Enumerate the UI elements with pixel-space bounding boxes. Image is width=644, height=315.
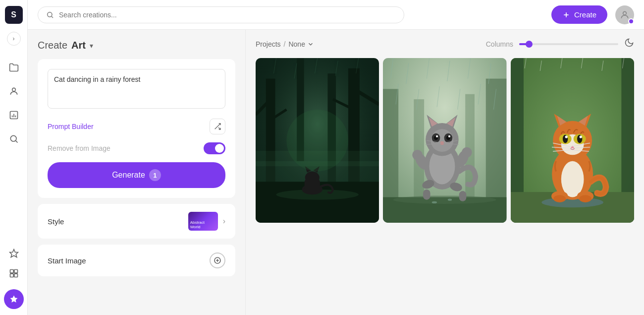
sidebar-toggle-button[interactable]: › (7, 32, 21, 46)
svg-point-101 (561, 161, 584, 197)
moon-icon (624, 38, 634, 48)
toggle-knob (215, 144, 224, 153)
app-logo[interactable]: S (5, 6, 23, 24)
svg-rect-5 (10, 270, 13, 273)
sidebar-item-magic[interactable] (4, 244, 24, 263)
prompt-builder-link[interactable]: Prompt Builder (48, 123, 94, 130)
svg-rect-6 (14, 270, 17, 273)
image-item[interactable] (256, 58, 379, 223)
svg-point-14 (623, 11, 627, 15)
left-panel: Create Art ▾ Cat dancing in a rainy fore… (28, 30, 246, 315)
svg-point-92 (448, 199, 452, 201)
svg-point-90 (462, 147, 472, 158)
user-avatar[interactable] (615, 5, 634, 24)
sidebar-item-template[interactable] (4, 263, 24, 283)
add-circle-icon (214, 256, 221, 264)
sidebar: S › (0, 0, 28, 315)
ai-assistant-button[interactable] (4, 289, 24, 309)
svg-point-51 (393, 195, 496, 204)
breadcrumb: Projects / None (256, 40, 314, 48)
svg-point-2 (10, 135, 16, 141)
add-start-image-button[interactable] (210, 252, 225, 268)
start-image-card: Start Image (38, 245, 235, 276)
svg-point-39 (286, 110, 348, 172)
breadcrumb-none-dropdown[interactable]: None (288, 40, 314, 48)
svg-point-77 (448, 135, 450, 137)
image-item[interactable] (511, 58, 634, 223)
sidebar-item-search[interactable] (4, 129, 24, 149)
svg-line-11 (52, 16, 53, 18)
generated-image-3 (511, 58, 634, 223)
create-button[interactable]: Create (551, 5, 607, 24)
avatar-icon (620, 10, 630, 20)
svg-point-0 (12, 88, 15, 91)
svg-marker-9 (10, 296, 17, 303)
panel-title: Create Art ▾ (38, 40, 235, 51)
avatar-badge (628, 18, 634, 24)
svg-point-112 (565, 135, 567, 138)
generated-image-2 (383, 58, 506, 223)
generated-image-1 (256, 58, 379, 223)
sidebar-item-people[interactable] (4, 81, 24, 101)
remove-image-toggle[interactable] (204, 142, 225, 154)
svg-point-124 (579, 195, 591, 202)
svg-rect-85 (423, 189, 430, 200)
svg-line-3 (15, 141, 17, 143)
svg-point-76 (436, 135, 438, 137)
svg-point-113 (579, 135, 582, 138)
generate-button[interactable]: Generate 1 (48, 162, 225, 188)
remove-image-row: Remove from Image (48, 142, 225, 154)
title-dropdown-arrow[interactable]: ▾ (90, 42, 93, 50)
sidebar-bottom (4, 244, 24, 309)
topbar: Create (28, 0, 644, 30)
style-preview: Abstract World (188, 212, 218, 231)
shuffle-icon (214, 123, 221, 130)
svg-point-123 (553, 195, 566, 202)
topbar-search-icon (46, 11, 54, 19)
main-content: Create Create Art ▾ Cat dancing in a rai… (28, 0, 644, 315)
sidebar-item-chart[interactable] (4, 105, 24, 125)
svg-point-10 (48, 12, 52, 16)
columns-slider-thumb (526, 41, 533, 48)
breadcrumb-chevron-icon (307, 41, 314, 48)
svg-point-89 (413, 150, 423, 160)
search-input[interactable] (59, 11, 396, 19)
style-chevron-icon: › (223, 217, 225, 226)
theme-toggle-icon[interactable] (624, 38, 634, 50)
image-item[interactable] (383, 58, 506, 223)
svg-marker-4 (9, 250, 18, 257)
content-area: Create Art ▾ Cat dancing in a rainy fore… (28, 30, 644, 315)
right-header: Projects / None Columns (256, 38, 634, 50)
generate-count-badge: 1 (149, 169, 161, 181)
right-panel: Projects / None Columns (246, 30, 644, 315)
svg-point-91 (432, 201, 437, 203)
columns-slider[interactable] (519, 43, 618, 45)
prompt-card: Cat dancing in a rainy forest Prompt Bui… (38, 59, 235, 198)
svg-rect-86 (459, 191, 467, 201)
style-card[interactable]: Style Abstract World › (38, 204, 235, 239)
svg-rect-8 (14, 274, 17, 277)
prompt-builder-row: Prompt Builder (48, 119, 225, 134)
images-grid (256, 58, 634, 223)
create-plus-icon (562, 11, 570, 19)
shuffle-button[interactable] (210, 119, 225, 134)
svg-rect-7 (10, 274, 13, 277)
columns-control: Columns (486, 38, 634, 50)
svg-point-36 (305, 172, 320, 184)
search-container (38, 6, 404, 23)
style-right: Abstract World › (188, 212, 225, 231)
sidebar-item-folder[interactable] (4, 58, 24, 77)
prompt-textarea[interactable]: Cat dancing in a rainy forest (48, 69, 225, 109)
